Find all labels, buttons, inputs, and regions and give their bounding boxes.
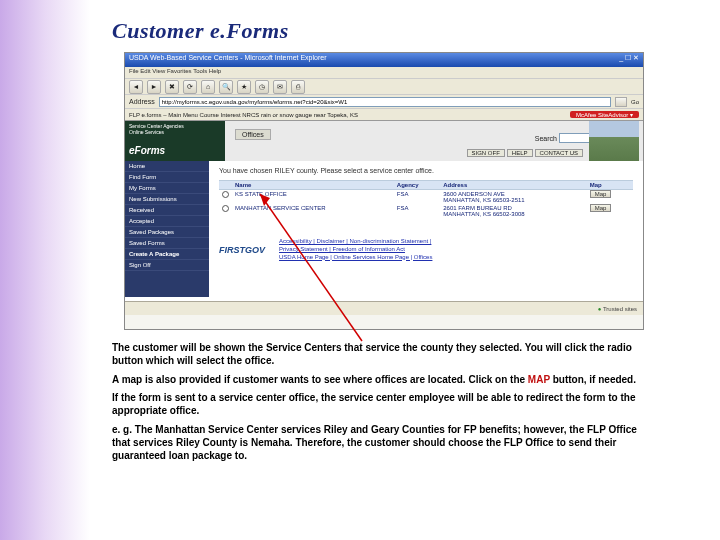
go-button[interactable] [615,97,627,107]
mcafee-badge[interactable]: McAfee SiteAdvisor ▾ [570,111,639,118]
brand-line-2: Online Services [129,129,221,135]
history-button[interactable]: ◷ [255,80,269,94]
footer-link-block[interactable]: Accessibility | Disclaimer | Non-discrim… [279,238,432,261]
brand-eforms: eForms [129,145,221,156]
para-3: If the form is sent to a service center … [112,392,652,418]
sidebar-item-find-form[interactable]: Find Form [125,172,209,183]
sidebar-item-new-submissions[interactable]: New Submissions [125,194,209,205]
sidebar-item-received[interactable]: Received [125,205,209,216]
sidebar-item-sign-off[interactable]: Sign Off [125,260,209,271]
sidebar-item-saved-forms[interactable]: Saved Forms [125,238,209,249]
trusted-sites-icon: ● [598,306,602,312]
refresh-icon: ⟳ [187,83,193,91]
window-title-text: USDA Web-Based Service Centers - Microso… [129,54,327,66]
para-2: A map is also provided if customer wants… [112,374,652,387]
home-button[interactable]: ⌂ [201,80,215,94]
slide-title: Customer e.Forms [112,18,289,44]
contact-button[interactable]: CONTACT US [535,149,583,157]
sidebar-item-home[interactable]: Home [125,161,209,172]
arrow-right-icon: ► [151,83,158,90]
sidebar-item-accepted[interactable]: Accepted [125,216,209,227]
col-map: Map [587,181,633,190]
forward-button[interactable]: ► [147,80,161,94]
col-name: Name [232,181,394,190]
intro-text: You have chosen RILEY county. Please sel… [219,167,633,174]
tab-offices[interactable]: Offices [235,129,271,140]
window-titlebar: USDA Web-Based Service Centers - Microso… [125,53,643,67]
search-label: Search [535,135,557,142]
status-right: ● Trusted sites [598,306,637,312]
slide-bg-gradient [0,0,90,540]
mail-icon: ✉ [277,83,283,91]
signoff-button[interactable]: SIGN OFF [467,149,505,157]
slide-body-text: The customer will be shown the Service C… [112,342,652,468]
para-2a: A map is also provided if customer wants… [112,374,528,385]
office-name-0: KS STATE OFFICE [232,190,394,205]
stop-button[interactable]: ✖ [165,80,179,94]
help-button[interactable]: HELP [507,149,533,157]
office-agency-0: FSA [394,190,440,205]
search-button[interactable]: 🔍 [219,80,233,94]
footer-links: FIRSTGOV Accessibility | Disclaimer | No… [219,238,633,261]
address-label: Address [129,98,155,105]
table-row: MANHATTAN SERVICE CENTER FSA 2601 FARM B… [219,204,633,218]
browser-toolbar: ◄ ► ✖ ⟳ ⌂ 🔍 ★ ◷ ✉ ⎙ [125,79,643,95]
clock-icon: ◷ [259,83,265,91]
offices-table: Name Agency Address Map KS STATE OFFICE … [219,180,633,218]
links-bar: FLP e.forms – Main Menu Course Interest … [125,109,643,121]
map-button-0[interactable]: Map [590,190,612,198]
star-icon: ★ [241,83,247,91]
col-address: Address [440,181,586,190]
table-header-row: Name Agency Address Map [219,181,633,190]
para-4: e. g. The Manhattan Service Center servi… [112,424,652,462]
office-agency-1: FSA [394,204,440,218]
window-controls: _ ☐ ✕ [619,54,639,66]
header-action-buttons: SIGN OFF HELP CONTACT US [467,149,583,157]
address-input[interactable] [159,97,611,107]
refresh-button[interactable]: ⟳ [183,80,197,94]
go-label: Go [631,99,639,105]
mail-button[interactable]: ✉ [273,80,287,94]
map-word: MAP [528,374,550,385]
sidebar-item-saved-packages[interactable]: Saved Packages [125,227,209,238]
app-brand-block: Service Center Agencies Online Services … [125,121,225,161]
sidebar-item-create-package[interactable]: Create A Package [125,249,209,260]
footer-line-3[interactable]: USDA Home Page | Online Services Home Pa… [279,254,432,260]
print-button[interactable]: ⎙ [291,80,305,94]
main-body: You have chosen RILEY county. Please sel… [209,161,643,297]
para-2b: button, if needed. [550,374,636,385]
firstgov-logo[interactable]: FIRSTGOV [219,245,265,255]
para-1: The customer will be shown the Service C… [112,342,652,368]
webpage-content: Service Center Agencies Online Services … [125,121,643,315]
address-bar-row: Address Go [125,95,643,109]
header-photo [589,121,639,161]
footer-line-1[interactable]: Accessibility | Disclaimer | Non-discrim… [279,238,431,244]
table-row: KS STATE OFFICE FSA 3600 ANDERSON AVE MA… [219,190,633,205]
links-text[interactable]: FLP e.forms – Main Menu Course Interest … [129,112,358,118]
embedded-screenshot: USDA Web-Based Service Centers - Microso… [124,52,644,330]
back-button[interactable]: ◄ [129,80,143,94]
sidebar-item-my-forms[interactable]: My Forms [125,183,209,194]
office-address-0: 3600 ANDERSON AVE MANHATTAN, KS 66503-25… [440,190,586,205]
left-sidebar: Home Find Form My Forms New Submissions … [125,161,209,297]
home-icon: ⌂ [206,83,210,90]
map-button-1[interactable]: Map [590,204,612,212]
app-header: Service Center Agencies Online Services … [125,121,643,161]
search-icon: 🔍 [222,83,231,91]
status-right-text: Trusted sites [603,306,637,312]
office-radio-0[interactable] [222,191,229,198]
office-radio-1[interactable] [222,205,229,212]
footer-line-2[interactable]: Privacy Statement | Freedom of Informati… [279,246,405,252]
browser-menubar[interactable]: File Edit View Favorites Tools Help [125,67,643,79]
col-agency: Agency [394,181,440,190]
browser-statusbar: ● Trusted sites [125,301,643,315]
arrow-left-icon: ◄ [133,83,140,90]
stop-icon: ✖ [169,83,175,91]
office-name-1: MANHATTAN SERVICE CENTER [232,204,394,218]
favorites-button[interactable]: ★ [237,80,251,94]
office-address-1: 2601 FARM BUREAU RD MANHATTAN, KS 66502-… [440,204,586,218]
main-columns: Home Find Form My Forms New Submissions … [125,161,643,297]
printer-icon: ⎙ [296,83,300,90]
